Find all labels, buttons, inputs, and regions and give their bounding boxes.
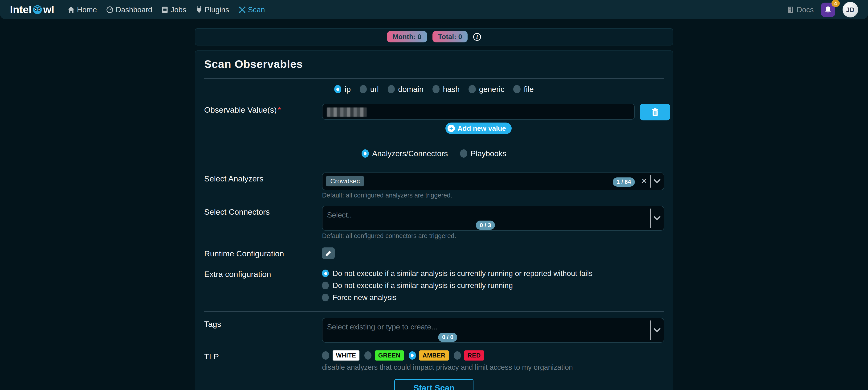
radio-label: ip (345, 85, 351, 94)
nav-item-label: Scan (248, 5, 265, 14)
docs-link[interactable]: Docs (787, 5, 814, 14)
nav-menu: Home Dashboard Jobs Plugins Scan (68, 5, 265, 14)
tlp-radio-green[interactable]: GREEN (364, 351, 404, 361)
chevron-down-icon[interactable] (653, 179, 661, 184)
title-divider (204, 78, 664, 79)
select-divider (650, 321, 651, 340)
plus-circle-icon: + (447, 125, 455, 132)
nav-item-plugins[interactable]: Plugins (196, 5, 229, 14)
runtime-configuration-row: Runtime Configuration (204, 247, 664, 259)
tags-row: Tags Select existing or type to create..… (204, 318, 664, 343)
radio-label: Playbooks (471, 149, 506, 158)
top-navbar: Intelwl Home Dashboard Jobs Plugins Scan… (0, 0, 868, 19)
tlp-radio-red[interactable]: RED (454, 351, 484, 361)
radio-icon (432, 85, 440, 93)
nav-item-home[interactable]: Home (68, 5, 97, 14)
nav-item-label: Dashboard (116, 5, 152, 14)
radio-label: url (370, 85, 379, 94)
nav-item-dashboard[interactable]: Dashboard (106, 5, 152, 14)
tlp-badge-white: WHITE (333, 351, 360, 361)
extra-option-force-new[interactable]: Force new analysis (322, 293, 592, 302)
mode-radio-analyzers-connectors[interactable]: Analyzers/Connectors (362, 149, 448, 158)
radio-icon (322, 351, 329, 360)
observable-value-input[interactable] (322, 104, 635, 120)
nav-item-scan[interactable]: Scan (239, 5, 265, 14)
mode-radio-playbooks[interactable]: Playbooks (460, 149, 506, 158)
bell-icon (825, 6, 832, 14)
clear-icon[interactable]: ✕ (641, 177, 647, 185)
chevron-down-icon[interactable] (653, 328, 661, 333)
page-title: Scan Observables (204, 58, 664, 70)
observable-type-radios: ip url domain hash generic file (204, 85, 664, 94)
add-new-value-button[interactable]: + Add new value (445, 123, 512, 134)
radio-label: hash (443, 85, 460, 94)
type-radio-hash[interactable]: hash (432, 85, 460, 94)
type-radio-ip[interactable]: ip (334, 85, 351, 94)
analyzers-multiselect[interactable]: Crowdsec 1 / 64 ✕ (322, 173, 664, 190)
plug-icon (196, 6, 202, 13)
book-icon (787, 6, 794, 13)
tags-multiselect[interactable]: Select existing or type to create... 0 /… (322, 318, 664, 343)
notification-count-badge: 4 (832, 0, 840, 7)
runtime-configuration-label: Runtime Configuration (204, 247, 322, 258)
observable-value-row: Observable Value(s)* + Add new value (204, 104, 664, 134)
scan-tools-icon (239, 6, 246, 13)
radio-label: Do not execute if a similar analysis is … (333, 269, 593, 278)
extra-option-running[interactable]: Do not execute if a similar analysis is … (322, 281, 592, 290)
tlp-radio-amber[interactable]: AMBER (409, 351, 449, 361)
nav-item-jobs[interactable]: Jobs (162, 5, 186, 14)
select-divider (650, 209, 651, 228)
nav-item-label: Home (77, 5, 97, 14)
type-radio-generic[interactable]: generic (468, 85, 504, 94)
extra-configuration-row: Extra configuration Do not execute if a … (204, 268, 664, 302)
connectors-multiselect[interactable]: Select.. 0 / 3 (322, 206, 664, 231)
radio-icon (513, 85, 521, 93)
scan-observables-card: Scan Observables ip url domain hash gene… (195, 51, 673, 390)
select-divider (650, 175, 651, 187)
start-scan-button[interactable]: Start Scan (394, 379, 473, 390)
month-count-badge: Month: 0 (387, 31, 427, 42)
tlp-badge-amber: AMBER (419, 351, 449, 361)
radio-icon (409, 351, 416, 360)
trash-icon (652, 108, 659, 116)
chevron-down-icon[interactable] (653, 216, 661, 221)
notifications-button[interactable]: 4 (821, 3, 835, 17)
radio-label: file (524, 85, 534, 94)
type-radio-domain[interactable]: domain (388, 85, 424, 94)
extra-option-no-fails[interactable]: Do not execute if a similar analysis is … (322, 269, 592, 278)
radio-label: domain (398, 85, 424, 94)
job-stats-bar: Month: 0 Total: 0 i (195, 28, 673, 46)
delete-value-button[interactable] (640, 104, 670, 120)
tlp-helper-text: disable analyzers that could impact priv… (322, 363, 573, 371)
type-radio-url[interactable]: url (360, 85, 379, 94)
type-radio-file[interactable]: file (513, 85, 534, 94)
analyzer-chip-crowdsec[interactable]: Crowdsec (326, 176, 364, 186)
analyzers-count-badge: 1 / 64 (613, 177, 635, 187)
navbar-right: Docs 4 JD (787, 2, 858, 18)
user-avatar[interactable]: JD (843, 2, 858, 18)
radio-icon (360, 85, 367, 93)
observable-value-redacted (327, 108, 367, 117)
brand-text-post: wl (43, 4, 54, 16)
pencil-icon (325, 250, 332, 257)
nav-item-label: Plugins (205, 5, 229, 14)
required-asterisk: * (278, 105, 281, 114)
info-icon[interactable]: i (473, 33, 481, 41)
connectors-helper-text: Default: all configured connectors are t… (322, 232, 664, 240)
tlp-label: TLP (204, 351, 322, 361)
page-content: Month: 0 Total: 0 i Scan Observables ip … (0, 19, 868, 390)
radio-label: Force new analysis (333, 293, 397, 302)
tags-count-badge: 0 / 0 (438, 333, 457, 342)
radio-icon (460, 149, 467, 158)
tlp-row: TLP WHITE GREEN AMBER RED disable analyz… (204, 351, 664, 371)
total-count-badge: Total: 0 (432, 31, 468, 42)
edit-runtime-config-button[interactable] (322, 247, 335, 259)
home-icon (68, 6, 75, 13)
tags-label: Tags (204, 318, 322, 329)
radio-icon (334, 85, 342, 93)
tlp-radio-white[interactable]: WHITE (322, 351, 359, 361)
brand-text-pre: Intel (10, 4, 32, 16)
jobs-icon (162, 6, 168, 13)
tags-placeholder: Select existing or type to create... (327, 323, 437, 331)
brand-logo[interactable]: Intelwl (10, 4, 54, 16)
